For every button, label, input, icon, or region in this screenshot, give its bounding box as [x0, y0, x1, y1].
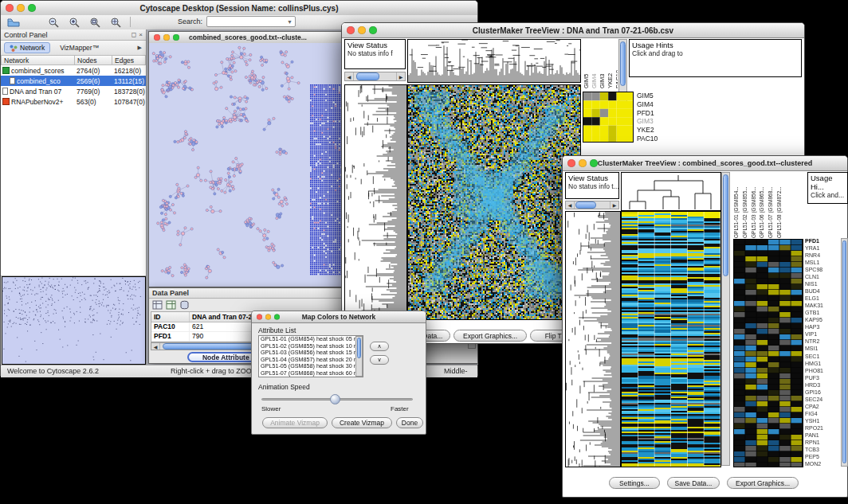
col-edges[interactable]: Edges — [112, 55, 146, 65]
zoom-button[interactable] — [369, 26, 377, 34]
gene-label[interactable]: CPA2 — [805, 404, 840, 409]
gene-label[interactable]: GPI16 — [805, 389, 840, 395]
treeview-combined-titlebar[interactable]: ClusterMaker TreeView : combined_scores_… — [563, 156, 847, 171]
gene-list-scrollbar[interactable] — [841, 238, 848, 467]
scroll-left-icon[interactable]: ◀ — [345, 74, 353, 80]
scroll-thumb[interactable] — [356, 72, 379, 80]
treeview-dna-titlebar[interactable]: ClusterMaker TreeView : DNA and Tran 07-… — [342, 23, 804, 38]
zoom-row-label[interactable]: PAC10 — [637, 135, 688, 143]
create-vizmap-button[interactable]: Create Vizmap — [332, 417, 392, 428]
scroll-right-icon[interactable]: ▶ — [397, 74, 405, 80]
export-graphics-button[interactable]: Export Graphics... — [727, 477, 799, 489]
gene-label[interactable]: KAP95 — [805, 317, 840, 322]
gene-label[interactable]: MSL1 — [805, 260, 840, 265]
zoom-column-label[interactable]: YKE2 — [607, 39, 614, 88]
gene-label[interactable]: HMG1 — [805, 361, 840, 366]
scroll-thumb[interactable] — [842, 240, 846, 463]
zoom-column-label[interactable]: GIM3 — [599, 39, 606, 88]
tab-network[interactable]: Network — [4, 42, 50, 53]
close-button[interactable] — [257, 315, 262, 320]
zoom-column-label[interactable]: GPL51-07 (GSM868... — [768, 172, 775, 238]
zoom-out-icon[interactable] — [45, 16, 61, 29]
attribute-import-icon[interactable] — [179, 300, 190, 310]
scroll-right-icon[interactable]: ▶ — [610, 202, 618, 208]
gene-label[interactable]: YSH1 — [805, 418, 840, 424]
col-network[interactable]: Network — [1, 55, 75, 65]
zoom-button[interactable] — [28, 4, 36, 12]
done-button[interactable]: Done — [396, 417, 423, 428]
gene-label[interactable]: PAN1 — [805, 432, 840, 438]
close-panel-icon[interactable]: × — [139, 31, 143, 38]
attribute-list-scrollbar[interactable] — [355, 336, 363, 377]
minimize-button[interactable] — [17, 4, 25, 12]
dendrogram-hscrollbar[interactable]: ◀ ▶ — [344, 72, 406, 81]
zoom-row-label[interactable]: GIM5 — [637, 92, 688, 100]
open-session-icon[interactable] — [6, 16, 22, 29]
zoom-row-label[interactable]: PFD1 — [637, 109, 688, 117]
zoom-column-label[interactable]: GIM5 — [583, 39, 590, 88]
zoom-column-label[interactable]: GPL51-03 (GSM856... — [751, 172, 759, 238]
close-button[interactable] — [154, 34, 160, 41]
close-button[interactable] — [6, 4, 14, 12]
scroll-left-icon[interactable]: ◀ — [151, 344, 159, 350]
zoom-row-label[interactable]: YKE2 — [637, 126, 688, 134]
minimize-button[interactable] — [265, 315, 271, 320]
gene-label[interactable]: NTR2 — [805, 338, 840, 344]
network-row[interactable]: combined_sco2569(6)13112(15) — [1, 76, 146, 86]
save-data-button[interactable]: Save Data... — [667, 477, 720, 489]
gene-label[interactable]: HRD3 — [805, 382, 840, 388]
float-panel-icon[interactable]: ◻ — [132, 31, 137, 38]
gene-label[interactable]: RPO21 — [805, 425, 840, 431]
zoom-heatmap[interactable] — [733, 239, 803, 467]
gene-label[interactable]: MAK31 — [805, 303, 840, 308]
zoom-button[interactable] — [590, 159, 598, 167]
animate-vizmap-button[interactable]: Animate Vizmap — [262, 417, 328, 428]
attribute-list[interactable]: GPL51-01 (GSM854) heat shock 05 minGPL51… — [258, 335, 363, 377]
column-dendrogram[interactable] — [407, 39, 581, 83]
global-vscrollbar[interactable] — [721, 172, 730, 466]
slider-thumb[interactable] — [330, 394, 340, 404]
network-row[interactable]: combined_scores2764(0)16218(0) — [1, 65, 146, 76]
gene-label[interactable]: ELG1 — [805, 295, 840, 301]
search-input[interactable]: ▼ — [206, 16, 296, 27]
attribute-list-item[interactable]: GPL51-07 (GSM868) heat shock 60 min — [259, 370, 363, 377]
column-dendrogram[interactable] — [621, 172, 721, 211]
gene-label[interactable]: PEP5 — [805, 454, 840, 459]
zoom-row-label[interactable]: GIM3 — [637, 117, 688, 125]
gene-label[interactable]: RPN1 — [805, 440, 840, 445]
export-graphics-button[interactable]: Export Graphics... — [453, 330, 527, 342]
zoom-column-label[interactable]: GIM4 — [591, 39, 598, 88]
scroll-thumb[interactable] — [723, 174, 728, 276]
network-overview-thumbnail[interactable] — [2, 276, 146, 365]
scroll-thumb[interactable] — [575, 201, 596, 209]
gene-label[interactable]: GTB1 — [805, 310, 840, 315]
zoom-in-icon[interactable] — [66, 16, 82, 29]
gene-label[interactable]: CLN1 — [805, 274, 840, 279]
gene-label[interactable]: SPC98 — [805, 267, 840, 272]
network-row[interactable]: RNAPuberNov2+563(0)107847(0) — [1, 96, 146, 107]
gene-label[interactable]: PUF3 — [805, 375, 840, 381]
global-heatmap[interactable] — [407, 84, 581, 320]
move-up-button[interactable]: ∧ — [370, 342, 389, 351]
global-heatmap[interactable] — [621, 211, 721, 467]
gene-label[interactable]: VIP1 — [805, 331, 840, 337]
zoom-row-label[interactable]: GIM4 — [637, 100, 688, 108]
gene-label[interactable]: HAP3 — [805, 324, 840, 330]
zoom-column-label[interactable]: GPL51-02 (GSM855... — [742, 172, 750, 238]
attribute-select-icon[interactable] — [152, 300, 163, 310]
move-down-button[interactable]: ∨ — [370, 355, 389, 365]
zoom-selected-icon[interactable] — [108, 16, 124, 29]
gene-label[interactable]: PHO81 — [805, 368, 840, 373]
zoom-button[interactable] — [173, 34, 179, 41]
minimize-button[interactable] — [358, 26, 366, 34]
gene-label[interactable]: MON2 — [805, 461, 840, 467]
scroll-thumb[interactable] — [357, 338, 361, 358]
minimize-button[interactable] — [163, 34, 170, 41]
minimize-button[interactable] — [579, 159, 587, 167]
row-dendrogram[interactable] — [565, 211, 621, 467]
dendrogram-hscrollbar[interactable]: ◀ ▶ — [565, 201, 619, 209]
zoom-column-label[interactable]: GPL51-08 (GSM872... — [776, 172, 784, 238]
gene-label[interactable]: SEC24 — [805, 397, 840, 402]
scroll-left-icon[interactable]: ◀ — [566, 202, 574, 208]
gene-label[interactable]: MSI1 — [805, 346, 840, 351]
